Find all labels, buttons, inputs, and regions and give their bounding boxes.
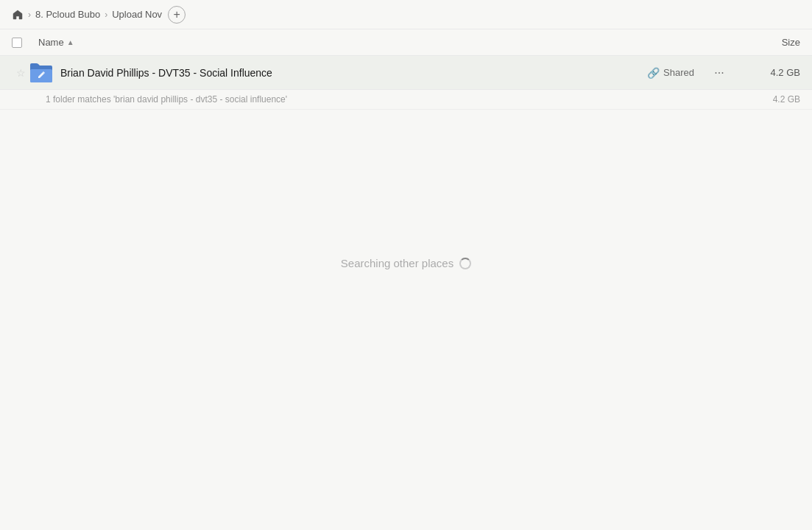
star-icon: ☆ xyxy=(16,67,26,79)
file-size: 4.2 GB xyxy=(741,67,800,78)
breadcrumb-label-2: Upload Nov xyxy=(112,9,162,20)
match-description: 1 folder matches 'brian david phillips -… xyxy=(46,94,287,105)
file-row[interactable]: ☆ Brian David Phillips - DVT35 - Social … xyxy=(0,56,812,90)
name-col-label: Name xyxy=(38,37,64,48)
sort-arrow-icon: ▲ xyxy=(67,38,74,46)
add-icon: + xyxy=(173,8,180,21)
breadcrumb-sep-2: › xyxy=(105,10,107,20)
home-icon xyxy=(12,9,24,21)
breadcrumb-item-1[interactable]: 8. Pcloud Bubo xyxy=(35,9,100,20)
breadcrumb-label-1: 8. Pcloud Bubo xyxy=(35,9,100,20)
file-name-text: Brian David Phillips - DVT35 - Social In… xyxy=(60,67,272,79)
file-size-text: 4.2 GB xyxy=(771,67,800,78)
searching-label: Searching other places xyxy=(341,257,453,269)
size-col-label: Size xyxy=(782,37,800,48)
match-size: 4.2 GB xyxy=(773,94,800,105)
breadcrumb-bar: › 8. Pcloud Bubo › Upload Nov + xyxy=(0,0,812,29)
shared-label: Shared xyxy=(663,67,694,78)
select-all-col[interactable] xyxy=(12,38,38,48)
table-header: Name ▲ Size xyxy=(0,29,812,56)
name-column-header[interactable]: Name ▲ xyxy=(38,37,741,48)
match-text-row: 1 folder matches 'brian david phillips -… xyxy=(0,90,812,110)
more-icon: ··· xyxy=(714,66,724,80)
breadcrumb-home[interactable] xyxy=(12,9,24,21)
star-button[interactable]: ☆ xyxy=(12,67,29,79)
file-name: Brian David Phillips - DVT35 - Social In… xyxy=(60,67,647,79)
size-column-header: Size xyxy=(741,37,800,48)
shared-badge: 🔗 Shared xyxy=(647,67,694,79)
breadcrumb-add-button[interactable]: + xyxy=(168,6,186,24)
folder-icon xyxy=(29,61,53,85)
link-icon: 🔗 xyxy=(647,67,660,79)
more-options-button[interactable]: ··· xyxy=(709,63,730,83)
breadcrumb-sep-1: › xyxy=(28,10,31,20)
select-all-checkbox[interactable] xyxy=(12,38,22,48)
searching-section: Searching other places xyxy=(0,110,812,269)
breadcrumb-item-2[interactable]: Upload Nov xyxy=(112,9,162,20)
loading-spinner xyxy=(459,258,471,269)
